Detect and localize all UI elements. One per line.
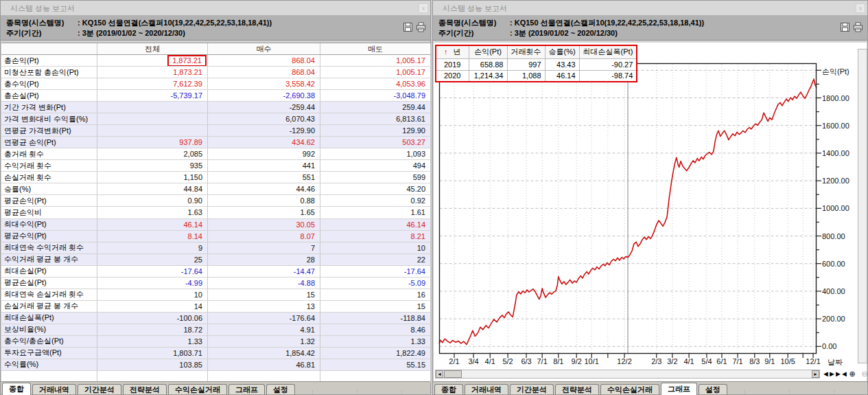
row-value: 25 [97, 254, 208, 266]
row-label[interactable]: 보상비율(%) [1, 324, 97, 336]
period-label: 주기(기간) [6, 28, 78, 38]
x-tick-label: 3/4 [468, 357, 478, 366]
year-table-header[interactable]: 거래횟수 [507, 45, 545, 58]
expand-range-icon[interactable]: ◄► [822, 369, 833, 379]
row-label[interactable]: 수익률(%) [1, 359, 97, 371]
row-value: 1.61 [320, 207, 431, 218]
tab-2[interactable]: 거래내역 [32, 384, 76, 394]
tab-6[interactable]: 그래프 [228, 384, 265, 394]
scroll-left-button[interactable]: ◄ [436, 370, 443, 378]
tab-5[interactable]: 수익손실거래 [600, 384, 659, 394]
symbol-value: : KQ150 선물연결(스캘퍼10(19,22,42,25,22,53,18,… [510, 19, 704, 27]
collapse-range-icon[interactable]: ►◄ [834, 369, 845, 379]
sort-ascending-icon[interactable]: ↑ [444, 47, 448, 56]
row-label[interactable]: 평균손익(Pt) [1, 195, 97, 207]
row-label[interactable]: 최대손실폭(Pt) [1, 313, 97, 324]
row-label[interactable]: 평균손익비 [1, 207, 97, 218]
y-axis-title: 손익(Pt) [822, 67, 849, 77]
row-value: 45.20 [320, 183, 431, 195]
row-value: 1.32 [208, 336, 320, 348]
row-label[interactable]: 미청산포함 총손익(Pt) [1, 67, 97, 78]
row-value: 441 [208, 160, 320, 172]
row-value: 8.14 [97, 231, 208, 242]
row-value: 44.46 [208, 183, 320, 195]
tab-3[interactable]: 기간분석 [78, 384, 121, 394]
year-table-row[interactable]: 2019658.8899743.43-90.27 [436, 58, 637, 70]
report-panel-summary: 시스템 성능 보고서 x 종목명(시스템명): KQ150 선물연결(스캘퍼10… [0, 0, 431, 395]
row-value: 16 [320, 289, 431, 301]
tab-7[interactable]: 설정 [266, 384, 295, 394]
row-label[interactable]: 가격 변화대비 수익률(%) [1, 113, 97, 125]
row-label[interactable]: 기간 가격 변화(Pt) [1, 102, 97, 113]
tab-2[interactable]: 거래내역 [465, 384, 508, 394]
row-value: 15 [208, 289, 320, 301]
chart-horizontal-scrollbar[interactable]: ◄ ► [435, 370, 820, 379]
close-button[interactable]: x [419, 3, 428, 13]
row-label[interactable]: 연평균 가격변화(Pt) [1, 125, 97, 137]
tab-4[interactable]: 전략분석 [123, 384, 167, 394]
row-label[interactable]: 손실거래 평균 봉 개수 [1, 301, 97, 313]
report-panel-graph: 시스템 성능 보고서 x 종목명(시스템명): KQ150 선물연결(스캘퍼10… [432, 0, 868, 395]
zoom-out-icon[interactable]: ⊖ [859, 369, 868, 379]
x-tick-label: 7/1 [732, 357, 742, 366]
row-label[interactable]: 최대수익(Pt) [1, 219, 97, 231]
row-label[interactable]: 승률(%) [1, 183, 97, 195]
chart-plot-area[interactable] [439, 63, 822, 359]
row-value: -5,739.17 [97, 90, 208, 102]
year-table-header[interactable]: 승률(%) [545, 45, 579, 58]
x-tick-label: 7/1 [537, 357, 547, 366]
row-value: 1,822.49 [320, 348, 431, 359]
tab-1[interactable]: 종합 [2, 383, 31, 395]
year-table-header[interactable]: 최대손실폭(Pt) [579, 45, 637, 58]
tab-5[interactable]: 수익손실거래 [168, 384, 227, 394]
year-value-cell: 997 [507, 58, 545, 70]
row-label[interactable]: 수익거래 횟수 [1, 160, 97, 172]
y-tick-label: 200.00 [822, 315, 845, 324]
close-button[interactable]: x [856, 3, 865, 13]
year-table-header[interactable]: ↑년 [436, 45, 469, 58]
chart-vertical-scrollbar[interactable] [858, 49, 867, 363]
zoom-in-icon[interactable]: ⊕ [847, 369, 858, 379]
x-tick-label: 10/1 [584, 357, 598, 366]
tab-4[interactable]: 전략분석 [555, 384, 599, 394]
row-label[interactable]: 최대손실(Pt) [1, 266, 97, 278]
x-tick-label: 12/2 [617, 357, 631, 366]
row-label[interactable]: 총손실(Pt) [1, 90, 97, 102]
row-label[interactable]: 총수익(Pt) [1, 78, 97, 90]
y-tick-label: 400.00 [822, 287, 845, 296]
print-icon[interactable] [853, 22, 863, 32]
tab-6[interactable]: 그래프 [661, 383, 697, 395]
year-table-row[interactable]: 20201,214.341,08846.14-98.74 [436, 70, 637, 82]
row-value: 103.85 [97, 359, 208, 371]
row-value: 0.90 [97, 195, 208, 207]
row-label[interactable]: 총수익/총손실(Pt) [1, 336, 97, 348]
row-label[interactable]: 평균수익(Pt) [1, 231, 97, 242]
row-value: -17.64 [320, 266, 431, 278]
row-label[interactable]: 손실거래 횟수 [1, 172, 97, 183]
save-icon[interactable] [840, 22, 850, 32]
tab-3[interactable]: 기간분석 [510, 384, 554, 394]
row-value: 1,150 [97, 172, 208, 183]
row-label[interactable]: 연평균 손익(Pt) [1, 137, 97, 148]
row-label[interactable]: 투자요구금액(Pt) [1, 348, 97, 359]
year-table-header[interactable]: 손익(Pt) [469, 45, 507, 58]
equity-curve-chart[interactable]: 0.00200.00400.00600.00800.001000.001200.… [434, 43, 867, 381]
print-icon[interactable] [416, 22, 426, 32]
tab-1[interactable]: 종합 [434, 384, 463, 394]
row-label[interactable]: 수익거래 평균 봉 개수 [1, 254, 97, 266]
scrollbar-thumb[interactable] [444, 370, 462, 378]
tab-7[interactable]: 설정 [699, 384, 727, 394]
row-label[interactable]: 총거래 횟수 [1, 148, 97, 160]
scroll-right-button[interactable]: ► [812, 370, 819, 378]
row-label[interactable]: 총손익(Pt) [1, 55, 97, 67]
row-label[interactable]: 최대연속 수익거래 횟수 [1, 242, 97, 254]
save-icon[interactable] [403, 22, 413, 32]
y-tick-label: 800.00 [822, 232, 845, 241]
row-label[interactable]: 최대연속 손실거래 횟수 [1, 289, 97, 301]
y-tick-label: 1000.00 [822, 204, 849, 213]
row-label[interactable]: 평균손실(Pt) [1, 278, 97, 289]
year-cell: 2019 [436, 58, 469, 70]
row-value [97, 102, 208, 113]
row-value: 992 [208, 148, 320, 160]
row-value: 46.14 [320, 219, 431, 231]
